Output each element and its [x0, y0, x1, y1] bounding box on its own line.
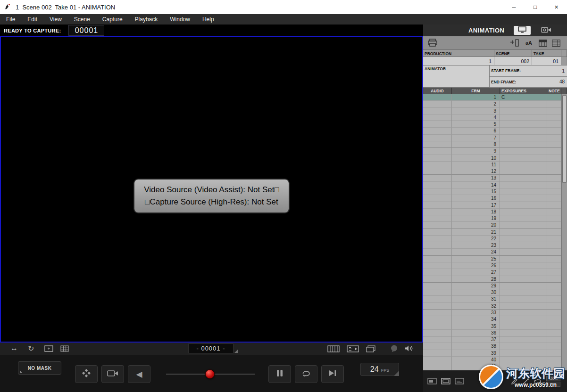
exposure-cell[interactable]	[500, 350, 547, 357]
audio-cell[interactable]	[423, 310, 452, 316]
loop-range-button[interactable]	[268, 365, 291, 383]
note-cell[interactable]	[547, 283, 561, 289]
frame-number-cell[interactable]: 25	[452, 256, 500, 262]
audio-cell[interactable]	[423, 215, 452, 222]
frame-number-cell[interactable]: 6	[452, 128, 500, 134]
frame-number-cell[interactable]: 4	[452, 114, 500, 121]
xsheet-row[interactable]: 30	[423, 289, 561, 296]
grid-overlay-icon[interactable]	[60, 345, 69, 352]
audio-cell[interactable]	[423, 155, 452, 162]
xsheet-row[interactable]: 18	[423, 209, 561, 215]
exposure-cell[interactable]	[500, 141, 547, 148]
frame-number-cell[interactable]: 38	[452, 343, 500, 350]
exposure-cell[interactable]	[500, 101, 547, 107]
frame-number-cell[interactable]: 33	[452, 310, 500, 316]
note-cell[interactable]	[547, 148, 561, 155]
audio-cell[interactable]	[423, 357, 452, 363]
frame-number-cell[interactable]: 34	[452, 316, 500, 323]
play-to-end-button[interactable]	[321, 365, 344, 383]
audio-cell[interactable]	[423, 101, 452, 107]
exposure-cell[interactable]	[500, 249, 547, 255]
exposure-cell[interactable]	[500, 316, 547, 323]
audio-cell[interactable]	[423, 141, 452, 148]
audio-cell[interactable]	[423, 316, 452, 323]
exposure-cell[interactable]	[500, 330, 547, 336]
frame-number-cell[interactable]: 32	[452, 303, 500, 310]
note-cell[interactable]	[547, 249, 561, 255]
animator-cell[interactable]: ANIMATOR	[423, 65, 490, 88]
exposure-cell[interactable]	[500, 323, 547, 330]
play-reverse-button[interactable]: ◀	[128, 365, 150, 383]
frame-number-cell[interactable]: 36	[452, 330, 500, 336]
scene-value[interactable]: 002	[494, 57, 532, 65]
xsheet-row[interactable]: 8	[423, 141, 561, 148]
audio-cell[interactable]	[423, 296, 452, 302]
exposure-cell[interactable]	[500, 135, 547, 141]
frame-number-cell[interactable]: 1	[452, 94, 500, 101]
menu-help[interactable]: Help	[196, 16, 220, 23]
current-frame-display[interactable]: - 00001 -	[188, 343, 233, 353]
audio-cell[interactable]	[423, 121, 452, 128]
exposure-cell[interactable]	[500, 148, 547, 155]
note-cell[interactable]	[547, 357, 561, 363]
note-cell[interactable]	[547, 330, 561, 336]
xsheet-row[interactable]: 16	[423, 195, 561, 202]
xsheet-row[interactable]: 3	[423, 108, 561, 114]
note-cell[interactable]	[547, 162, 561, 168]
frame-number-cell[interactable]: 2	[452, 101, 500, 107]
xsheet-row[interactable]: 35	[423, 323, 561, 330]
note-cell[interactable]	[547, 310, 561, 316]
exposure-cell[interactable]	[500, 155, 547, 162]
audio-cell[interactable]	[423, 256, 452, 262]
exposure-cell[interactable]	[500, 108, 547, 114]
frame-number-cell[interactable]: 35	[452, 323, 500, 330]
note-cell[interactable]	[547, 108, 561, 114]
note-cell[interactable]	[547, 303, 561, 310]
frame-number-cell[interactable]: 23	[452, 242, 500, 249]
filmstrip-icon[interactable]	[327, 345, 340, 352]
xsheet-row[interactable]: 24	[423, 249, 561, 255]
frame-number-cell[interactable]: 28	[452, 276, 500, 283]
audio-cell[interactable]	[423, 94, 452, 101]
frame-number-cell[interactable]: 24	[452, 249, 500, 255]
note-cell[interactable]	[547, 101, 561, 107]
note-cell[interactable]	[547, 316, 561, 323]
audio-cell[interactable]	[423, 283, 452, 289]
exposure-cell[interactable]	[500, 195, 547, 202]
audio-cell[interactable]	[423, 350, 452, 357]
audio-cell[interactable]	[423, 330, 452, 336]
start-frame-value[interactable]: 1	[521, 68, 567, 74]
audio-cell[interactable]	[423, 148, 452, 155]
text-size-icon[interactable]: aA	[525, 40, 532, 46]
frame-number-cell[interactable]: 27	[452, 269, 500, 276]
monitor-view-2-icon[interactable]	[441, 378, 450, 384]
frame-number-cell[interactable]: 31	[452, 296, 500, 302]
menu-edit[interactable]: Edit	[21, 16, 43, 23]
xsheet-scrollbar[interactable]	[561, 94, 567, 370]
menu-playback[interactable]: Playback	[129, 16, 164, 23]
xsheet-row[interactable]: 19	[423, 215, 561, 222]
pan-tool-icon[interactable]: ↔	[10, 344, 18, 352]
note-cell[interactable]	[547, 215, 561, 222]
audio-cell[interactable]	[423, 363, 452, 370]
safe-area-icon[interactable]	[44, 345, 53, 352]
note-cell[interactable]	[547, 323, 561, 330]
xsheet-row[interactable]: 33	[423, 310, 561, 316]
fps-control[interactable]: 24 FPS	[360, 363, 399, 376]
xsheet-row[interactable]: 31	[423, 296, 561, 302]
audio-cell[interactable]	[423, 269, 452, 276]
note-cell[interactable]	[547, 121, 561, 128]
take-value[interactable]: 01	[532, 57, 561, 65]
exposure-cell[interactable]	[500, 242, 547, 249]
note-cell[interactable]	[547, 188, 561, 195]
note-cell[interactable]	[547, 296, 561, 302]
monitor-view-3-icon[interactable]	[455, 378, 464, 384]
note-cell[interactable]	[547, 202, 561, 209]
menu-window[interactable]: Window	[164, 16, 196, 23]
note-cell[interactable]	[547, 236, 561, 242]
note-cell[interactable]	[547, 289, 561, 296]
frame-number-cell[interactable]: 10	[452, 155, 500, 162]
add-column-icon[interactable]	[510, 39, 519, 47]
camera-workspace-button[interactable]	[541, 26, 551, 35]
frame-number-cell[interactable]: 26	[452, 262, 500, 269]
